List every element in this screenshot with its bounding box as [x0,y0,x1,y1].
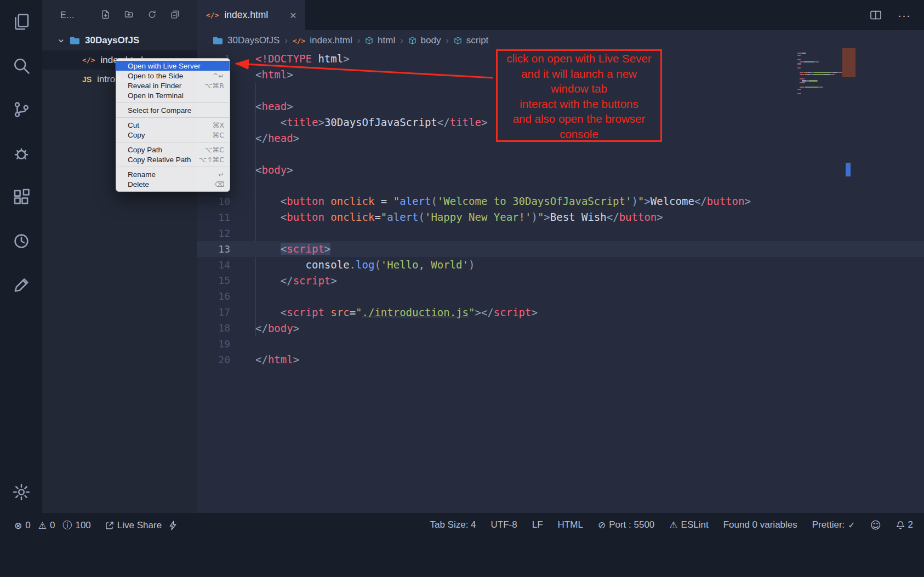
history-icon[interactable] [9,228,34,254]
line-content: <body> [230,164,293,176]
root-folder-row[interactable]: 30DaysOfJS [42,31,197,50]
explorer-title: E... [60,10,75,20]
menu-item-open-in-terminal[interactable]: Open in Terminal [116,90,230,100]
code-line-15[interactable]: 15 </script> [197,272,924,288]
line-number[interactable]: 14 [197,259,230,271]
new-file-icon[interactable] [101,10,110,21]
code-line-7[interactable]: 7 [197,146,924,162]
minimap-line [797,74,842,75]
menu-item-label: Open in Terminal [128,92,184,100]
feedback-icon[interactable] [9,272,34,298]
status-label: UTF-8 [491,519,517,530]
tab-index-html[interactable]: </> index.html × [197,0,305,30]
minimap-line [797,57,842,58]
breadcrumb-item-script[interactable]: script [454,35,489,46]
status-item-utf-8[interactable]: UTF-8 [491,519,517,530]
menu-item-cut[interactable]: Cut⌘X [116,120,230,130]
status-item-eslint[interactable]: ⚠ESLint [669,519,708,530]
breadcrumb-item-30daysofjs[interactable]: 30DaysOfJS [213,35,280,46]
menu-item-copy[interactable]: Copy⌘C [116,130,230,140]
code-line-20[interactable]: 20</html> [197,352,924,368]
status-item-100[interactable]: ⓘ100 [62,519,90,532]
menu-item-open-with-live-server[interactable]: Open with Live Server [116,61,230,71]
menu-item-rename[interactable]: Rename↵ [116,169,230,179]
status-item-found-0-variables[interactable]: Found 0 variables [723,519,797,530]
menu-item-shortcut: ⌘X [213,121,224,129]
explorer-header: E... [42,0,197,31]
code-line-11[interactable]: 11 <button onclick="alert('Happy New Yea… [197,209,924,225]
line-number[interactable]: 10 [197,196,230,207]
status-item-0[interactable]: ⊗0 [14,520,31,531]
code-line-14[interactable]: 14 console.log('Hello, World') [197,257,924,273]
html-file-icon: </> [293,37,305,45]
menu-item-label: Select for Compare [128,106,191,115]
status-item-0[interactable]: ⚠0 [38,520,55,531]
line-number[interactable]: 16 [197,290,230,302]
status-item-prettier[interactable]: Prettier:✓ [812,519,855,530]
source-control-icon[interactable] [9,96,34,123]
split-editor-icon[interactable] [870,10,881,20]
status-item-lf[interactable]: LF [532,519,543,530]
code-line-12[interactable]: 12 [197,225,924,241]
extensions-icon[interactable] [9,184,34,210]
minimap[interactable] [797,53,842,95]
line-number[interactable]: 20 [197,354,230,365]
menu-item-reveal-in-finder[interactable]: Reveal in Finder⌥⌘R [116,81,230,90]
status-item-live-share[interactable]: Live Share [105,520,162,531]
menu-item-label: Open to the Side [128,72,183,80]
line-number[interactable]: 11 [197,212,230,223]
explorer-icon[interactable] [9,9,34,35]
code-line-8[interactable]: 8<body> [197,162,924,178]
code-line-16[interactable]: 16 [197,288,924,304]
breadcrumb-separator: › [357,36,360,45]
close-tab-icon[interactable]: × [290,9,296,22]
status-item-lightning[interactable] [169,521,176,530]
settings-icon[interactable] [9,479,34,505]
overview-ruler-decoration [846,163,851,176]
breadcrumb-item-html[interactable]: html [365,35,395,46]
code-line-13[interactable]: 13 <script> [197,241,924,257]
html-file-icon: </> [82,56,95,64]
breadcrumb-item-body[interactable]: body [408,35,441,46]
line-number[interactable]: 19 [197,338,230,350]
minimap-line [797,53,842,54]
line-number[interactable]: 12 [197,227,230,239]
line-content: </html> [230,353,299,365]
run-debug-icon[interactable] [9,140,34,167]
status-item-smiley[interactable]: ☺ [870,519,881,531]
status-item-html[interactable]: HTML [558,519,583,530]
menu-item-open-to-the-side[interactable]: Open to the Side^↵ [116,71,230,81]
line-number[interactable]: 15 [197,275,230,286]
status-right: Tab Size: 4UTF-8LFHTML⊘Port : 5500⚠ESLin… [415,519,913,531]
menu-item-shortcut: ⌥⌘R [204,82,224,90]
minimap-line [797,82,842,83]
status-label: LF [532,519,543,530]
menu-item-copy-relative-path[interactable]: Copy Relative Path⌥⇧⌘C [116,155,230,164]
status-label: 2 [908,519,913,530]
refresh-icon[interactable] [147,10,157,21]
code-line-18[interactable]: 18</body> [197,320,924,336]
new-folder-icon[interactable] [124,10,134,21]
line-content: <!DOCTYPE html> [230,53,350,65]
code-line-9[interactable]: 9 [197,178,924,193]
menu-item-select-for-compare[interactable]: Select for Compare [116,105,230,115]
minimap-line [797,72,842,73]
line-number[interactable]: 18 [197,322,230,334]
status-item-port-5500[interactable]: ⊘Port : 5500 [598,519,654,530]
search-icon[interactable] [9,53,34,79]
code-line-17[interactable]: 17 <script src="./introduction.js"></scr… [197,304,924,320]
line-number[interactable]: 13 [197,243,230,255]
breadcrumb-label: script [466,35,489,46]
line-number[interactable]: 17 [197,306,230,318]
minimap-line [797,78,842,79]
more-actions-icon[interactable]: ··· [898,9,911,22]
status-item-tab-size-4[interactable]: Tab Size: 4 [430,519,476,530]
collapse-all-icon[interactable] [170,10,180,21]
code-line-19[interactable]: 19 [197,336,924,352]
status-item-2[interactable]: 2 [896,519,913,530]
breadcrumb-item-index-html[interactable]: </>index.html [293,35,352,46]
code-line-10[interactable]: 10 <button onclick = "alert('Welcome to … [197,193,924,209]
menu-separator [117,167,229,167]
menu-item-delete[interactable]: Delete⌫ [116,179,230,189]
menu-item-copy-path[interactable]: Copy Path⌥⌘C [116,145,230,155]
